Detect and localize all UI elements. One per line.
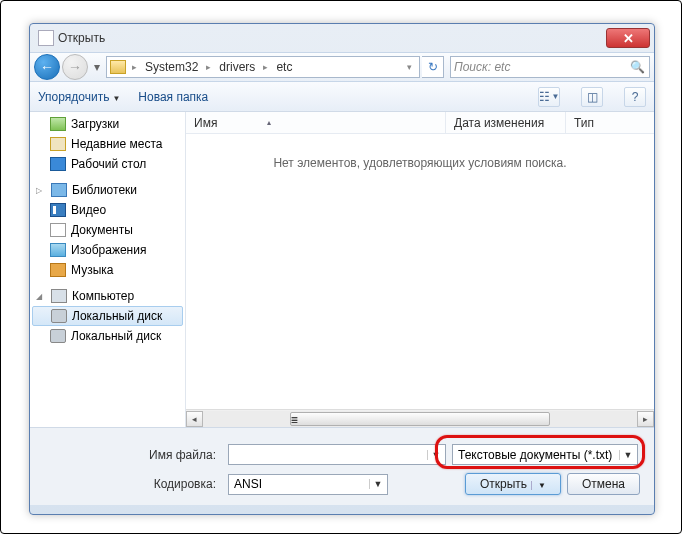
sidebar-item-recent[interactable]: Недавние места (30, 134, 185, 154)
sort-indicator-icon: ▴ (267, 118, 271, 127)
toolbar: Упорядочить▼ Новая папка ☷▼ ◫ ? (30, 82, 654, 112)
preview-pane-button[interactable]: ◫ (581, 87, 603, 107)
documents-icon (50, 223, 66, 237)
close-button[interactable]: ✕ (606, 28, 650, 48)
organize-menu[interactable]: Упорядочить▼ (38, 90, 120, 104)
address-dropdown[interactable]: ▾ (403, 62, 416, 72)
sidebar-item-localdisk-2[interactable]: Локальный диск (30, 326, 185, 346)
sidebar-item-computer[interactable]: ◢Компьютер (30, 286, 185, 306)
computer-icon (51, 289, 67, 303)
title-bar[interactable]: Открыть ✕ (30, 24, 654, 52)
scroll-thumb[interactable]: ≡ (290, 412, 550, 426)
breadcrumb-drivers[interactable]: drivers (217, 60, 257, 74)
encoding-dropdown[interactable]: ANSI▼ (228, 474, 388, 495)
window-title: Открыть (58, 31, 606, 45)
filename-label: Имя файла: (44, 448, 222, 462)
filename-input[interactable]: ▼ (228, 444, 446, 465)
chevron-right-icon[interactable]: ▸ (202, 62, 215, 72)
breadcrumb-system32[interactable]: System32 (143, 60, 200, 74)
disk-icon (50, 329, 66, 343)
sidebar-item-libraries[interactable]: ▷Библиотеки (30, 180, 185, 200)
search-placeholder: Поиск: etc (454, 60, 510, 74)
open-button[interactable]: Открыть▼ (465, 473, 561, 495)
images-icon (50, 243, 66, 257)
folder-icon (110, 60, 126, 74)
address-bar[interactable]: ▸ System32 ▸ drivers ▸ etc ▾ (106, 56, 420, 78)
breadcrumb-etc[interactable]: etc (274, 60, 294, 74)
music-icon (50, 263, 66, 277)
sidebar-item-documents[interactable]: Документы (30, 220, 185, 240)
view-menu[interactable]: ☷▼ (538, 87, 560, 107)
expand-icon[interactable]: ▷ (36, 186, 46, 195)
history-dropdown[interactable]: ▾ (90, 54, 104, 80)
sidebar-item-video[interactable]: Видео (30, 200, 185, 220)
open-dialog: Открыть ✕ ← → ▾ ▸ System32 ▸ drivers ▸ e… (29, 23, 655, 515)
search-icon[interactable]: 🔍 (630, 60, 645, 74)
desktop-icon (50, 157, 66, 171)
new-folder-button[interactable]: Новая папка (138, 90, 208, 104)
column-type[interactable]: Тип (566, 112, 654, 133)
search-input[interactable]: Поиск: etc 🔍 (450, 56, 650, 78)
column-date[interactable]: Дата изменения (446, 112, 566, 133)
filetype-dropdown[interactable]: Текстовые документы (*.txt)▼ (452, 444, 638, 465)
column-headers: Имя▴ Дата изменения Тип (186, 112, 654, 134)
sidebar-item-images[interactable]: Изображения (30, 240, 185, 260)
libraries-icon (51, 183, 67, 197)
chevron-down-icon[interactable]: ▼ (619, 450, 634, 460)
help-button[interactable]: ? (624, 87, 646, 107)
collapse-icon[interactable]: ◢ (36, 292, 46, 301)
app-icon (38, 30, 54, 46)
scroll-left-icon[interactable]: ◂ (186, 411, 203, 427)
video-icon (50, 203, 66, 217)
chevron-down-icon[interactable]: ▼ (531, 481, 546, 490)
forward-button: → (62, 54, 88, 80)
sidebar-item-downloads[interactable]: Загрузки (30, 114, 185, 134)
sidebar-item-desktop[interactable]: Рабочий стол (30, 154, 185, 174)
navigation-pane: Загрузки Недавние места Рабочий стол ▷Би… (30, 112, 186, 427)
refresh-button[interactable]: ↻ (422, 56, 444, 78)
scroll-track[interactable]: ≡ (203, 411, 637, 427)
file-list: Имя▴ Дата изменения Тип Нет элементов, у… (186, 112, 654, 427)
chevron-down-icon[interactable]: ▼ (369, 479, 384, 489)
cancel-button[interactable]: Отмена (567, 473, 640, 495)
sidebar-item-localdisk-1[interactable]: Локальный диск (32, 306, 183, 326)
chevron-right-icon[interactable]: ▸ (128, 62, 141, 72)
scroll-right-icon[interactable]: ▸ (637, 411, 654, 427)
horizontal-scrollbar[interactable]: ◂ ≡ ▸ (186, 409, 654, 427)
downloads-icon (50, 117, 66, 131)
empty-message: Нет элементов, удовлетворяющих условиям … (186, 134, 654, 409)
chevron-right-icon[interactable]: ▸ (259, 62, 272, 72)
chevron-down-icon[interactable]: ▼ (427, 450, 442, 460)
disk-icon (51, 309, 67, 323)
back-button[interactable]: ← (34, 54, 60, 80)
recent-icon (50, 137, 66, 151)
sidebar-item-music[interactable]: Музыка (30, 260, 185, 280)
encoding-label: Кодировка: (44, 477, 222, 491)
dialog-bottom: Имя файла: ▼ Текстовые документы (*.txt)… (30, 428, 654, 505)
nav-bar: ← → ▾ ▸ System32 ▸ drivers ▸ etc ▾ ↻ Пои… (30, 52, 654, 82)
column-name[interactable]: Имя▴ (186, 112, 446, 133)
